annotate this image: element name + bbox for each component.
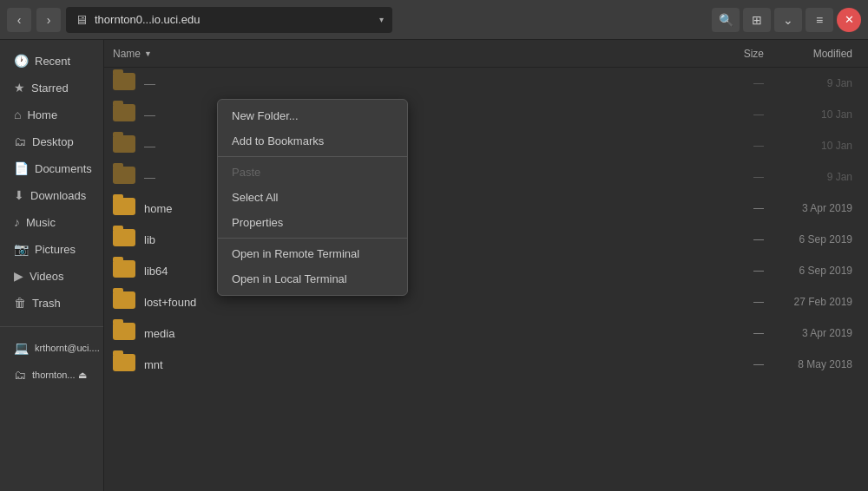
clock-icon: 🕐	[14, 54, 29, 68]
sidebar-label-desktop: Desktop	[32, 135, 74, 148]
address-bar[interactable]: 🖥 thornton0...io.uci.edu ▾	[66, 7, 392, 33]
forward-button[interactable]: ›	[36, 8, 61, 32]
sidebar-item-starred[interactable]: ★ Starred	[3, 75, 100, 101]
downloads-icon: ⬇	[14, 188, 24, 202]
file-browser-content: Name ▼ Size Modified — — 9 Jan — — 10 Ja…	[104, 40, 868, 491]
sidebar-item-home[interactable]: ⌂ Home	[3, 101, 100, 128]
close-button[interactable]: ✕	[837, 8, 861, 32]
column-headers: Name ▼ Size Modified	[104, 40, 868, 68]
ctx-add-bookmarks[interactable]: Add to Bookmarks	[218, 128, 407, 154]
toolbar-right: 🔍 ⊞ ⌄ ≡ ✕	[712, 8, 861, 32]
ctx-remote-terminal[interactable]: Open in Remote Terminal	[218, 241, 407, 266]
sort-icon: ▼	[144, 49, 152, 58]
folder-eject-icon: 🗂	[14, 368, 26, 382]
view-toggle-button[interactable]: ⊞	[743, 8, 771, 32]
sidebar-label-videos: Videos	[30, 270, 64, 283]
documents-icon: 📄	[14, 161, 29, 175]
back-button[interactable]: ‹	[7, 8, 31, 32]
table-row[interactable]: media — 3 Apr 2019	[104, 318, 868, 349]
sidebar-label-home: Home	[27, 108, 57, 121]
table-row[interactable]: — — 9 Jan	[104, 68, 868, 99]
table-row[interactable]: mnt — 8 May 2018	[104, 349, 868, 380]
column-name-header[interactable]: Name ▼	[113, 48, 694, 60]
sidebar-item-pictures[interactable]: 📷 Pictures	[3, 236, 100, 262]
sidebar-item-music[interactable]: ♪ Music	[3, 209, 100, 235]
videos-icon: ▶	[14, 269, 23, 283]
address-dropdown-icon[interactable]: ▾	[379, 15, 384, 24]
ctx-separator-2	[218, 238, 407, 239]
ctx-paste: Paste	[218, 160, 407, 185]
sidebar-label-recent: Recent	[35, 55, 70, 68]
titlebar: ‹ › 🖥 thornton0...io.uci.edu ▾ 🔍 ⊞ ⌄ ≡ ✕	[0, 0, 868, 40]
sidebar-label-downloads: Downloads	[30, 189, 86, 202]
ctx-properties[interactable]: Properties	[218, 210, 407, 235]
ctx-select-all[interactable]: Select All	[218, 185, 407, 210]
context-menu: New Folder... Add to Bookmarks Paste Sel…	[217, 99, 408, 296]
sidebar: 🕐 Recent ★ Starred ⌂ Home 🗂 Desktop 📄 Do…	[0, 40, 104, 491]
address-text: thornton0...io.uci.edu	[95, 13, 372, 26]
sidebar-label-trash: Trash	[32, 297, 61, 310]
star-icon: ★	[14, 81, 25, 95]
music-icon: ♪	[14, 215, 20, 229]
ctx-local-terminal[interactable]: Open in Local Terminal	[218, 266, 407, 291]
pictures-icon: 📷	[14, 242, 29, 256]
sidebar-item-videos[interactable]: ▶ Videos	[3, 263, 100, 289]
home-icon: ⌂	[14, 108, 21, 121]
sidebar-label-thornton: thornton... ⏏	[32, 370, 87, 381]
sidebar-label-documents: Documents	[35, 162, 92, 175]
search-button[interactable]: 🔍	[712, 8, 740, 32]
view-options-button[interactable]: ⌄	[774, 8, 802, 32]
column-size-header: Size	[694, 48, 764, 60]
sidebar-label-music: Music	[26, 216, 56, 229]
sidebar-item-thornton[interactable]: 🗂 thornton... ⏏	[3, 362, 100, 388]
desktop-icon: 🗂	[14, 134, 26, 148]
sidebar-item-downloads[interactable]: ⬇ Downloads	[3, 182, 100, 208]
sidebar-item-documents[interactable]: 📄 Documents	[3, 155, 100, 181]
column-modified-header: Modified	[764, 48, 859, 60]
main-layout: 🕐 Recent ★ Starred ⌂ Home 🗂 Desktop 📄 Do…	[0, 40, 868, 491]
ctx-new-folder[interactable]: New Folder...	[218, 103, 407, 128]
ctx-separator-1	[218, 156, 407, 157]
trash-icon: 🗑	[14, 296, 26, 310]
sidebar-item-trash[interactable]: 🗑 Trash	[3, 290, 100, 316]
sidebar-label-krthornt: krthornt@uci....	[35, 343, 100, 353]
computer-icon: 💻	[14, 341, 29, 355]
sidebar-label-pictures: Pictures	[35, 243, 76, 256]
menu-button[interactable]: ≡	[806, 8, 833, 32]
server-icon: 🖥	[75, 12, 88, 27]
sidebar-item-recent[interactable]: 🕐 Recent	[3, 48, 100, 74]
sidebar-item-desktop[interactable]: 🗂 Desktop	[3, 128, 100, 154]
sidebar-label-starred: Starred	[31, 82, 69, 95]
sidebar-item-krthornt[interactable]: 💻 krthornt@uci....	[3, 335, 100, 361]
